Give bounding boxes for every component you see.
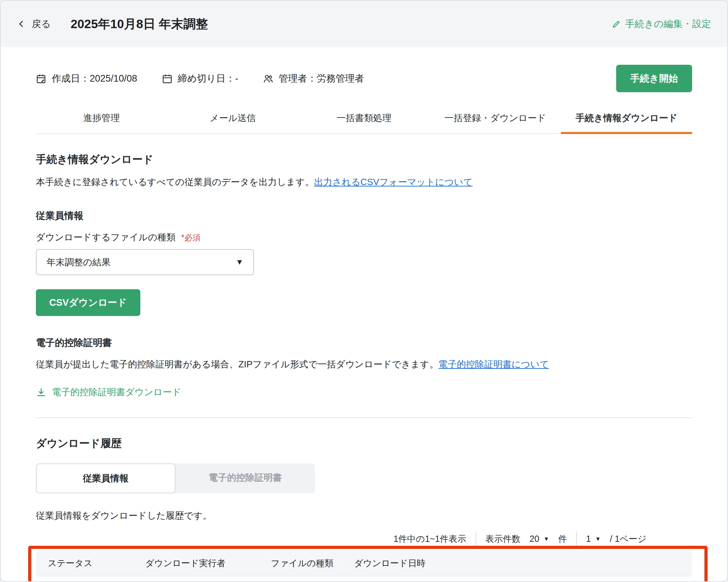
toggle-employee-info[interactable]: 従業員情報 — [36, 463, 175, 493]
main-content: 作成日：2025/10/08 締め切り日：- 管理者：労務管理者 手続き開始 進… — [1, 65, 727, 582]
tab-bar: 進捗管理 メール送信 一括書類処理 一括登録・ダウンロード 手続き情報ダウンロー… — [36, 108, 692, 134]
table-header-row: ステータス ダウンロード実行者 ファイルの種類 ダウンロード日時 — [36, 551, 692, 576]
edit-settings-link[interactable]: 手続きの編集・設定 — [612, 18, 711, 30]
chevron-left-icon — [17, 19, 26, 29]
page: 戻る 2025年10月8日 年末調整 手続きの編集・設定 作成日：2025/10… — [0, 0, 728, 582]
pencil-icon — [612, 19, 621, 29]
col-executor: ダウンロード実行者 — [133, 551, 259, 576]
col-datetime: ダウンロード日時 — [342, 551, 692, 576]
col-status: ステータス — [36, 551, 133, 576]
deadline-label: 締め切り日：- — [178, 72, 238, 85]
per-page-label: 表示件数 — [485, 533, 521, 545]
file-type-select-value: 年末調整の結果 — [46, 256, 111, 268]
certificate-download-label: 電子的控除証明書ダウンロード — [52, 386, 181, 398]
tab-batch-register-download[interactable]: 一括登録・ダウンロード — [430, 108, 561, 133]
cell-status: ダウンロード完了 — [36, 576, 133, 582]
per-page-select[interactable]: 20 ▼ — [530, 534, 549, 544]
certificate-description-text: 従業員が提出した電子的控除証明書がある場合、ZIPファイル形式で一括ダウンロード… — [36, 359, 439, 369]
toggle-certificate[interactable]: 電子的控除証明書 — [175, 463, 315, 493]
tab-batch-documents[interactable]: 一括書類処理 — [298, 108, 429, 133]
history-table: ステータス ダウンロード実行者 ファイルの種類 ダウンロード日時 ダウンロード完… — [36, 551, 692, 582]
calendar-edit-icon — [36, 73, 47, 84]
start-procedure-button[interactable]: 手続き開始 — [616, 65, 692, 92]
back-button[interactable]: 戻る — [17, 18, 51, 30]
section-divider — [36, 417, 692, 418]
edit-settings-label: 手続きの編集・設定 — [625, 18, 711, 30]
history-toggle: 従業員情報 電子的控除証明書 — [36, 463, 315, 493]
calendar-icon — [162, 73, 173, 84]
cell-file-type: 年末調整の結果 — [259, 576, 342, 582]
file-type-label: ダウンロードするファイルの種類 — [36, 231, 175, 243]
cell-datetime: 2025年11月05日 18:55 — [342, 576, 692, 582]
certificate-description: 従業員が提出した電子的控除証明書がある場合、ZIPファイル形式で一括ダウンロード… — [36, 358, 692, 371]
page-title: 2025年10月8日 年末調整 — [71, 16, 208, 32]
cell-executor: 労務管理者 — [133, 576, 259, 582]
certificate-download-link[interactable]: 電子的控除証明書ダウンロード — [36, 386, 181, 398]
deadline-date: 締め切り日：- — [162, 72, 238, 85]
tab-procedure-info-download[interactable]: 手続き情報ダウンロード — [561, 108, 692, 133]
people-icon — [263, 73, 274, 84]
file-type-select[interactable]: 年末調整の結果 ▼ — [36, 249, 254, 275]
download-description: 本手続きに登録されているすべての従業員のデータを出力します。出力されるCSVフォ… — [36, 175, 692, 189]
top-header: 戻る 2025年10月8日 年末調整 手続きの編集・設定 — [1, 1, 727, 47]
col-file-type: ファイルの種類 — [259, 551, 342, 576]
download-description-text: 本手続きに登録されているすべての従業員のデータを出力します。 — [36, 177, 314, 187]
csv-format-link[interactable]: 出力されるCSVフォーマットについて — [314, 177, 473, 187]
csv-download-button[interactable]: CSVダウンロード — [36, 289, 140, 316]
pagination-divider — [576, 532, 577, 546]
page-total: / 1ページ — [610, 533, 646, 545]
created-date-label: 作成日：2025/10/08 — [52, 72, 137, 85]
certificate-heading: 電子的控除証明書 — [36, 336, 692, 349]
table-row: ダウンロード完了 労務管理者 年末調整の結果 2025年11月05日 18:55 — [36, 576, 692, 582]
manager-info: 管理者：労務管理者 — [263, 72, 364, 85]
certificate-about-link[interactable]: 電子的控除証明書について — [439, 359, 549, 369]
download-icon — [36, 387, 46, 398]
history-table-wrap: ステータス ダウンロード実行者 ファイルの種類 ダウンロード日時 ダウンロード完… — [36, 551, 692, 582]
caret-down-icon: ▼ — [595, 536, 601, 542]
pagination: 1件中の1~1件表示 表示件数 20 ▼ 件 1 ▼ / 1ページ — [36, 532, 692, 546]
page-select[interactable]: 1 ▼ — [586, 534, 601, 544]
manager-label: 管理者：労務管理者 — [279, 72, 364, 85]
history-heading: ダウンロード履歴 — [36, 436, 692, 451]
page-value: 1 — [586, 534, 591, 544]
procedure-meta-row: 作成日：2025/10/08 締め切り日：- 管理者：労務管理者 手続き開始 — [36, 65, 692, 92]
pagination-range-text: 1件中の1~1件表示 — [394, 533, 466, 545]
section-title-download: 手続き情報ダウンロード — [36, 152, 692, 167]
per-page-value: 20 — [530, 534, 539, 544]
caret-down-icon: ▼ — [543, 536, 549, 542]
history-description: 従業員情報をダウンロードした履歴です。 — [36, 510, 692, 522]
tab-progress[interactable]: 進捗管理 — [36, 108, 167, 133]
employee-info-heading: 従業員情報 — [36, 209, 692, 222]
required-badge: *必須 — [181, 232, 200, 243]
caret-down-icon: ▼ — [236, 258, 243, 267]
pagination-divider — [475, 532, 476, 546]
file-type-field-label: ダウンロードするファイルの種類 *必須 — [36, 231, 692, 243]
back-label: 戻る — [32, 18, 51, 30]
per-page-unit: 件 — [558, 533, 567, 545]
tab-mail-send[interactable]: メール送信 — [167, 108, 298, 133]
created-date: 作成日：2025/10/08 — [36, 72, 137, 85]
